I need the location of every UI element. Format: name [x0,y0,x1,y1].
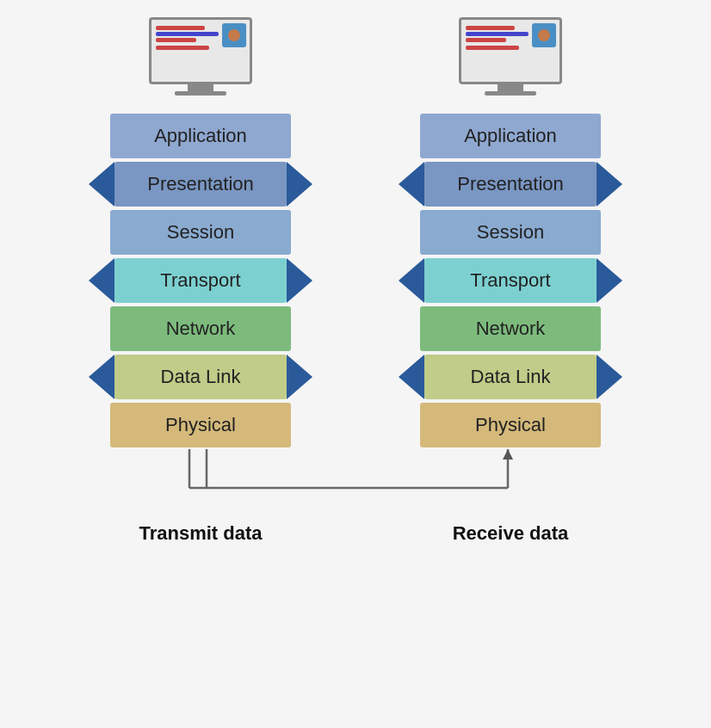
right-label-physical: Physical [475,414,546,436]
labels-row: Transmit data Receive data [17,522,694,545]
transmit-monitor [145,17,257,103]
right-label-presentation: Presentation [457,173,564,195]
main-container: Application Presentation Session [17,17,694,545]
left-layer-network: Network [89,306,312,351]
left-label-presentation: Presentation [147,173,254,195]
right-layer-physical: Physical [399,403,622,447]
left-label-transport: Transport [160,269,240,292]
receive-label: Receive data [399,522,622,545]
right-layer-session: Session [399,210,622,255]
left-box-session: Session [110,210,291,255]
connector-svg [86,449,625,514]
left-layer-session: Session [89,210,312,255]
monitor-screen-right [459,17,562,84]
right-box-datalink: Data Link [424,355,597,399]
left-layer-application: Application [89,114,312,158]
right-label-application: Application [464,125,557,147]
left-layer-physical: Physical [89,403,312,447]
left-layer-presentation: Presentation [89,162,312,207]
right-layer-network: Network [399,306,622,351]
monitor-screen-left [149,17,252,84]
right-label-transport: Transport [470,269,550,292]
left-box-presentation: Presentation [114,162,287,207]
right-layer-transport: Transport [399,258,622,303]
receive-stack: Application Presentation Session [399,17,622,449]
avatar-left [222,23,246,47]
left-label-network: Network [166,318,236,340]
left-box-datalink: Data Link [114,355,287,399]
right-box-application: Application [420,114,601,158]
left-label-application: Application [154,125,247,147]
left-layer-datalink: Data Link [89,355,312,399]
avatar-right [532,23,556,47]
right-box-session: Session [420,210,601,255]
transmit-label: Transmit data [89,522,312,545]
right-layer-presentation: Presentation [399,162,622,207]
left-box-application: Application [110,114,291,158]
right-box-transport: Transport [424,258,597,303]
right-label-session: Session [477,221,544,244]
left-box-transport: Transport [114,258,287,303]
receive-monitor [454,17,566,103]
osi-columns: Application Presentation Session [17,17,694,449]
right-box-physical: Physical [420,403,601,447]
left-box-network: Network [110,306,291,351]
left-layer-transport: Transport [89,258,312,303]
connector-area [86,449,625,514]
left-label-datalink: Data Link [161,366,241,388]
left-label-session: Session [167,221,234,244]
right-layer-application: Application [399,114,622,158]
right-box-network: Network [420,306,601,351]
right-label-datalink: Data Link [471,366,551,388]
right-label-network: Network [476,318,546,340]
right-box-presentation: Presentation [424,162,597,207]
transmit-stack: Application Presentation Session [89,17,312,449]
right-layer-datalink: Data Link [399,355,622,399]
svg-marker-4 [503,449,513,460]
left-box-physical: Physical [110,403,291,447]
left-label-physical: Physical [165,414,236,436]
